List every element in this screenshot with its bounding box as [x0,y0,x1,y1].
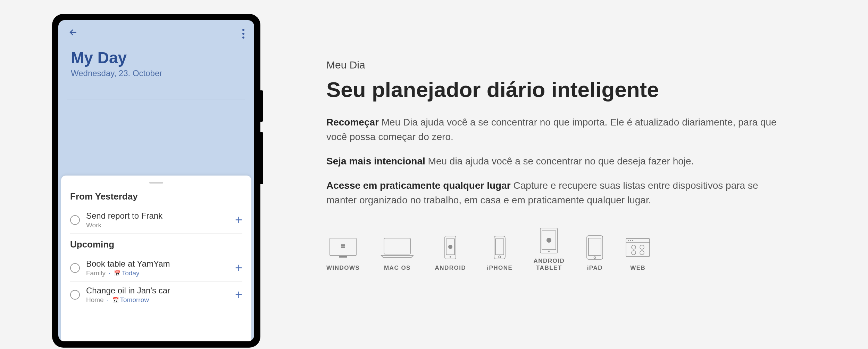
svg-rect-19 [589,238,601,255]
platform-label: iPHONE [487,265,512,271]
calendar-icon: 📅 [112,297,119,303]
task-meta: Family · 📅Today [86,269,229,277]
svg-point-9 [450,256,451,258]
feature-paragraph: Recomeçar Meu Dia ajuda você a se concen… [326,115,778,144]
task-meta: Work [86,221,229,229]
platform-macos[interactable]: MAC OS [381,235,414,271]
platform-label: WINDOWS [326,265,360,271]
svg-point-27 [640,245,644,249]
svg-rect-6 [384,238,410,254]
calendar-icon: 📅 [114,270,121,276]
svg-rect-2 [341,244,343,246]
svg-point-20 [594,257,596,259]
svg-point-28 [632,251,636,255]
platform-label: WEB [630,265,645,271]
svg-point-26 [632,245,636,249]
platform-android-tablet[interactable]: ANDROID TABLET [533,228,565,271]
phone-screen: My Day Wednesday, 23. October From Yeste… [58,20,254,341]
svg-rect-1 [339,256,347,258]
svg-point-16 [548,251,550,252]
svg-rect-4 [341,246,343,248]
platform-iphone[interactable]: iPHONE [487,235,512,271]
ipad-icon [585,235,604,260]
svg-point-24 [630,240,631,241]
add-task-button[interactable]: + [235,214,242,226]
phone-mockup: My Day Wednesday, 23. October From Yeste… [0,14,312,349]
eyebrow-text: Meu Dia [326,59,806,71]
svg-point-25 [632,240,633,241]
svg-point-23 [628,240,629,241]
task-item[interactable]: Change oil in Jan's car Home · 📅Tomorrow… [61,282,251,308]
platform-label: ANDROID [435,265,466,271]
section-header: Upcoming [61,234,251,255]
platform-list: WINDOWS MAC OS [326,228,806,271]
svg-point-10 [448,245,452,249]
platform-label: iPAD [587,265,603,271]
task-item[interactable]: Book table at YamYam Family · 📅Today + [61,255,251,281]
svg-rect-12 [495,239,504,255]
svg-point-17 [546,238,551,243]
app-screen-date: Wednesday, 23. October [71,68,242,78]
phone-frame: My Day Wednesday, 23. October From Yeste… [52,14,260,348]
svg-rect-5 [343,246,345,248]
task-radio-icon[interactable] [70,290,80,300]
android-phone-icon [443,235,457,260]
android-tablet-icon [539,228,559,253]
feature-paragraph: Seja mais intencional Meu dia ajuda você… [326,154,778,169]
app-screen-title: My Day [71,48,242,67]
svg-point-29 [640,251,644,255]
web-icon [625,235,651,260]
headline: Seu planejador diário inteligente [326,77,806,102]
task-title: Book table at YamYam [86,259,229,269]
platform-ipad[interactable]: iPAD [585,235,604,271]
section-header: From Yesterday [61,191,251,207]
feature-description: Meu Dia Seu planejador diário inteligent… [312,14,868,349]
platform-web[interactable]: WEB [625,235,651,271]
platform-label: MAC OS [384,265,411,271]
platform-android[interactable]: ANDROID [435,235,466,271]
windows-icon [328,235,358,260]
svg-rect-11 [494,236,505,259]
iphone-icon [493,235,507,260]
task-title: Change oil in Jan's car [86,286,229,295]
macos-icon [381,235,414,260]
back-arrow-icon[interactable] [68,27,78,40]
add-task-button[interactable]: + [235,262,242,274]
kebab-menu-icon[interactable] [242,29,244,39]
drag-handle-icon[interactable] [149,182,163,184]
feature-paragraph: Acesse em praticamente qualquer lugar Ca… [326,178,778,208]
svg-point-13 [499,256,501,258]
empty-task-area [58,78,254,176]
suggestions-sheet: From Yesterday Send report to Frank Work… [61,176,251,341]
task-radio-icon[interactable] [70,215,80,225]
svg-rect-18 [587,236,603,259]
task-meta: Home · 📅Tomorrow [86,296,229,304]
platform-label: ANDROID TABLET [533,258,565,271]
task-item[interactable]: Send report to Frank Work + [61,207,251,233]
svg-rect-3 [343,244,345,246]
platform-windows[interactable]: WINDOWS [326,235,360,271]
task-title: Send report to Frank [86,211,229,221]
add-task-button[interactable]: + [235,289,242,301]
svg-rect-21 [626,238,650,257]
task-radio-icon[interactable] [70,263,80,273]
